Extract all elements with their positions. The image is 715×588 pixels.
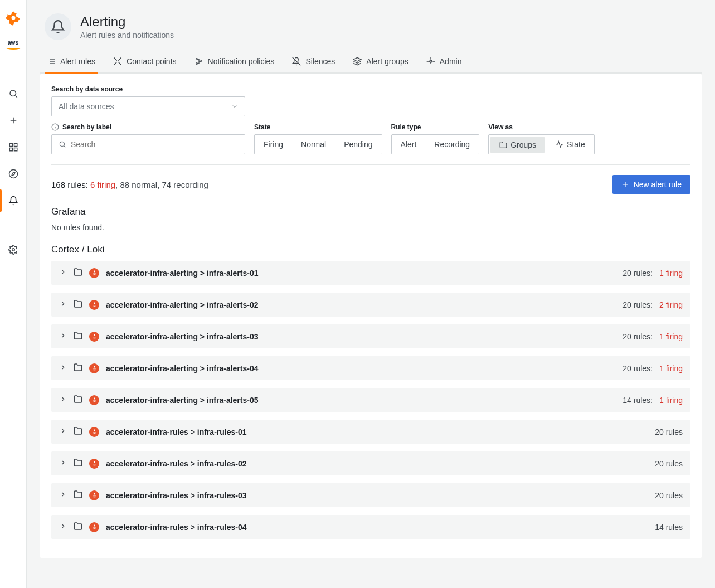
section-title: Cortex / Loki	[51, 244, 690, 255]
tab-alert-rules[interactable]: Alert rules	[45, 51, 98, 74]
rule-count: 20 rules	[655, 427, 683, 436]
sidebar-explore[interactable]	[2, 163, 25, 185]
prometheus-icon	[89, 363, 99, 373]
folder-icon	[74, 299, 82, 310]
prometheus-icon	[89, 490, 99, 500]
rule-group[interactable]: accelerator-infra-alerting > infra-alert…	[51, 293, 690, 317]
sidebar-search[interactable]	[2, 82, 25, 105]
state-option-normal[interactable]: Normal	[292, 135, 335, 154]
folder-icon	[74, 363, 82, 373]
chevron-right-icon[interactable]	[59, 522, 67, 532]
tab-label: Contact points	[127, 57, 177, 66]
datasource-label: Search by data source	[51, 85, 245, 93]
firing-count: 1 firing	[659, 396, 683, 405]
tab-contact-points[interactable]: Contact points	[111, 51, 179, 74]
group-name: accelerator-infra-alerting > infra-alert…	[106, 364, 259, 373]
sidebar-create[interactable]	[2, 109, 25, 132]
page-subtitle: Alert rules and notifications	[80, 31, 174, 40]
chevron-down-icon	[231, 103, 238, 110]
search-icon	[8, 89, 18, 99]
svg-point-18	[120, 64, 121, 65]
page-title: Alerting	[80, 14, 174, 30]
sidebar-alerting[interactable]	[2, 189, 25, 212]
rule-count: 14 rules:	[622, 396, 653, 405]
prometheus-icon	[89, 427, 99, 437]
sidebar: aws	[0, 0, 27, 588]
rule-group[interactable]: accelerator-infra-alerting > infra-alert…	[51, 356, 690, 380]
sidebar-aws[interactable]: aws	[2, 33, 25, 56]
svg-point-16	[120, 58, 121, 59]
tab-silences[interactable]: Silences	[290, 51, 337, 74]
folder-icon	[74, 458, 82, 469]
svg-point-20	[196, 63, 197, 65]
rule-group[interactable]: accelerator-infra-alerting > infra-alert…	[51, 261, 690, 285]
chevron-right-icon[interactable]	[59, 395, 67, 405]
viewas-option-state[interactable]: State	[547, 135, 594, 154]
state-option-firing[interactable]: Firing	[255, 135, 292, 154]
viewas-label: View as	[488, 123, 595, 131]
rule-group[interactable]: accelerator-infra-alerting > infra-alert…	[51, 324, 690, 348]
search-input-wrap[interactable]	[51, 134, 245, 154]
viewas-option-groups[interactable]: Groups	[490, 137, 545, 153]
datasource-select[interactable]: All data sources	[51, 96, 245, 116]
sidebar-dashboards[interactable]	[2, 136, 25, 158]
main: Alerting Alert rules and notifications A…	[27, 0, 715, 588]
rule-count: 14 rules	[655, 523, 683, 532]
rule-group[interactable]: accelerator-infra-rules > infra-rules-04…	[51, 515, 690, 539]
chevron-right-icon[interactable]	[59, 427, 67, 436]
ruletype-toggle: AlertRecording	[391, 134, 480, 154]
tab-label: Notification policies	[208, 57, 275, 66]
chevron-right-icon[interactable]	[59, 490, 67, 500]
tab-label: Admin	[440, 57, 462, 66]
svg-rect-5	[14, 148, 17, 151]
rule-count: 20 rules	[655, 459, 683, 468]
folder-icon	[74, 426, 82, 437]
tab-label: Silences	[305, 57, 335, 66]
rule-count: 20 rules:	[622, 269, 653, 278]
ruletype-option-recording[interactable]: Recording	[425, 135, 479, 154]
group-name: accelerator-infra-alerting > infra-alert…	[106, 396, 259, 405]
firing-count: 2 firing	[659, 300, 683, 309]
state-option-pending[interactable]: Pending	[335, 135, 381, 154]
divider	[51, 164, 690, 165]
rule-group[interactable]: accelerator-infra-rules > infra-rules-01…	[51, 420, 690, 444]
grafana-logo-icon	[6, 10, 21, 26]
svg-point-19	[196, 59, 197, 60]
page-icon-wrap	[45, 13, 71, 40]
rule-group[interactable]: accelerator-infra-rules > infra-rules-03…	[51, 483, 690, 507]
prometheus-icon	[89, 522, 99, 532]
ruletype-option-alert[interactable]: Alert	[392, 135, 426, 154]
tab-notification-policies[interactable]: Notification policies	[192, 51, 277, 74]
svg-point-15	[114, 58, 115, 59]
sidebar-logo[interactable]	[2, 7, 25, 29]
folder-icon	[74, 490, 82, 500]
firing-count: 1 firing	[659, 332, 683, 341]
ruletype-label: Rule type	[391, 123, 480, 131]
tab-alert-groups[interactable]: Alert groups	[351, 51, 410, 74]
prometheus-icon	[89, 395, 99, 405]
svg-point-21	[200, 61, 202, 62]
search-input[interactable]	[71, 140, 238, 149]
plus-icon	[621, 181, 629, 188]
group-name: accelerator-infra-rules > infra-rules-04	[106, 523, 247, 532]
viewas-toggle: GroupsState	[488, 134, 595, 154]
state-toggle: FiringNormalPending	[254, 134, 382, 154]
rule-group[interactable]: accelerator-infra-rules > infra-rules-02…	[51, 451, 690, 475]
svg-marker-7	[12, 172, 15, 176]
firing-count: 1 firing	[659, 269, 683, 278]
chevron-right-icon[interactable]	[59, 363, 67, 373]
folder-icon	[74, 268, 82, 278]
datasource-value: All data sources	[59, 102, 114, 111]
chevron-right-icon[interactable]	[59, 459, 67, 468]
rule-group[interactable]: accelerator-infra-alerting > infra-alert…	[51, 388, 690, 412]
chevron-right-icon[interactable]	[59, 332, 67, 341]
compass-icon	[8, 169, 18, 179]
sidebar-settings[interactable]	[2, 239, 25, 261]
chevron-right-icon[interactable]	[59, 268, 67, 278]
chevron-right-icon[interactable]	[59, 300, 67, 309]
search-label: Search by label	[51, 123, 245, 131]
svg-rect-2	[9, 143, 12, 146]
svg-point-17	[114, 64, 115, 65]
new-alert-rule-button[interactable]: New alert rule	[612, 175, 690, 194]
tab-admin[interactable]: Admin	[424, 51, 464, 74]
